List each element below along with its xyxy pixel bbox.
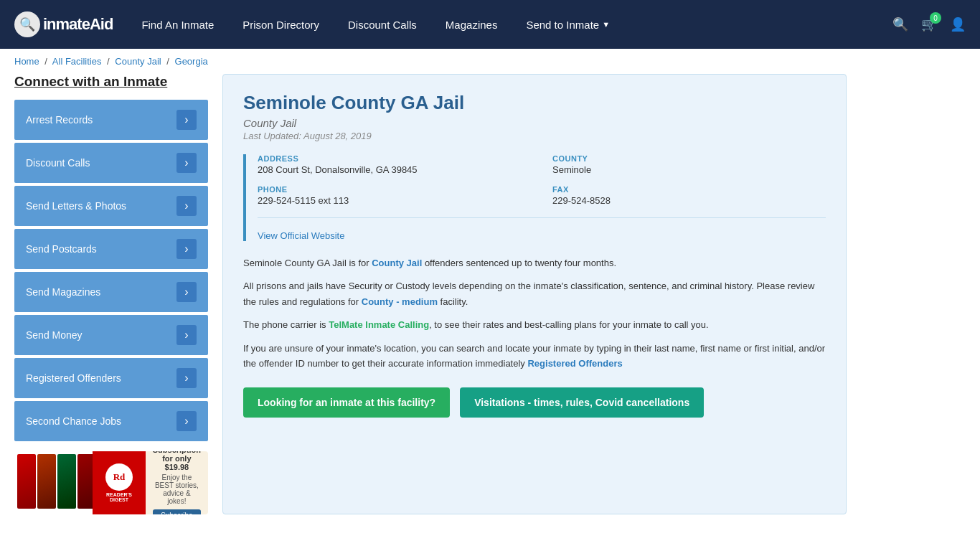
action-buttons: Looking for an inmate at this facility? …	[243, 387, 826, 418]
fax-label: FAX	[552, 185, 826, 194]
phone-block: PHONE 229-524-5115 ext 113	[258, 185, 531, 206]
address-value: 208 Court St, Donalsonville, GA 39845	[258, 164, 531, 175]
county-value: Seminole	[552, 164, 826, 175]
sidebar-item-registered-offenders[interactable]: Registered Offenders ›	[14, 358, 208, 398]
county-medium-link[interactable]: County - medium	[362, 296, 438, 307]
phone-value: 229-524-5115 ext 113	[258, 195, 531, 206]
sidebar-item-send-magazines[interactable]: Send Magazines ›	[14, 272, 208, 312]
telmate-link[interactable]: TelMate Inmate Calling	[329, 319, 429, 330]
registered-offenders-link[interactable]: Registered Offenders	[527, 358, 622, 369]
sidebar-title: Connect with an Inmate	[14, 74, 208, 90]
facility-type: County Jail	[243, 117, 826, 129]
breadcrumb-county-jail[interactable]: County Jail	[115, 56, 161, 67]
phone-label: PHONE	[258, 185, 531, 194]
facility-info-grid: ADDRESS 208 Court St, Donalsonville, GA …	[258, 154, 826, 206]
address-block: ADDRESS 208 Court St, Donalsonville, GA …	[258, 154, 531, 175]
ad-covers	[14, 451, 93, 514]
sidebar-item-arrest-records[interactable]: Arrest Records ›	[14, 100, 208, 140]
nav-prison-directory[interactable]: Prison Directory	[242, 19, 319, 31]
sidebar-item-send-money[interactable]: Send Money ›	[14, 315, 208, 355]
ad-logo: Rd READER'S DIGEST	[93, 451, 145, 514]
desc-para-3: The phone carrier is TelMate Inmate Call…	[243, 317, 826, 332]
rd-logo-circle: Rd	[105, 463, 133, 491]
breadcrumb-georgia[interactable]: Georgia	[175, 56, 208, 67]
address-label: ADDRESS	[258, 154, 531, 163]
breadcrumb-all-facilities[interactable]: All Facilities	[52, 56, 102, 67]
arrow-icon: ›	[176, 411, 197, 431]
ad-headline: 1 Year Subscription for only $19.98	[153, 451, 201, 471]
main-nav: Find An Inmate Prison Directory Discount…	[141, 19, 871, 31]
arrow-icon: ›	[176, 110, 197, 130]
fax-block: FAX 229-524-8528	[552, 185, 826, 206]
facility-content: Seminole County GA Jail County Jail Last…	[222, 74, 847, 514]
advertisement: Rd READER'S DIGEST 1 Year Subscription f…	[14, 451, 208, 514]
desc-para-4: If you are unsure of your inmate's locat…	[243, 341, 826, 372]
header-actions: 🔍 🛒 0 👤	[892, 17, 966, 32]
search-icon[interactable]: 🔍	[892, 17, 908, 32]
logo-text: inmateAid	[43, 15, 113, 34]
breadcrumb: Home / All Facilities / County Jail / Ge…	[0, 49, 980, 74]
sidebar-item-send-postcards[interactable]: Send Postcards ›	[14, 229, 208, 269]
nav-discount-calls[interactable]: Discount Calls	[348, 19, 417, 31]
sidebar-item-send-letters[interactable]: Send Letters & Photos ›	[14, 186, 208, 226]
logo-icon: 🔍	[14, 11, 40, 37]
arrow-icon: ›	[176, 282, 197, 302]
nav-send-to-inmate[interactable]: Send to Inmate ▼	[526, 19, 610, 31]
fax-value: 229-524-8528	[552, 195, 826, 206]
logo[interactable]: 🔍 inmateAid	[14, 11, 113, 37]
chevron-down-icon: ▼	[602, 20, 610, 29]
county-jail-link[interactable]: County Jail	[372, 258, 422, 268]
ad-subtext: Enjoy the BEST stories, advice & jokes!	[153, 474, 201, 505]
site-header: 🔍 inmateAid Find An Inmate Prison Direct…	[0, 0, 980, 49]
ad-subscribe-button[interactable]: Subscribe Now	[153, 509, 201, 515]
arrow-icon: ›	[176, 196, 197, 216]
user-icon[interactable]: 👤	[950, 17, 966, 32]
sidebar: Connect with an Inmate Arrest Records › …	[14, 74, 208, 514]
breadcrumb-home[interactable]: Home	[14, 56, 39, 67]
find-inmate-button[interactable]: Looking for an inmate at this facility?	[243, 387, 450, 418]
sidebar-item-second-chance-jobs[interactable]: Second Chance Jobs ›	[14, 401, 208, 441]
arrow-icon: ›	[176, 239, 197, 259]
main-layout: Connect with an Inmate Arrest Records › …	[0, 74, 861, 536]
arrow-icon: ›	[176, 153, 197, 173]
facility-info-section: ADDRESS 208 Court St, Donalsonville, GA …	[243, 154, 826, 241]
cart-badge: 0	[930, 12, 941, 24]
facility-title: Seminole County GA Jail	[243, 92, 826, 114]
county-label: COUNTY	[552, 154, 826, 163]
cart-icon[interactable]: 🛒 0	[921, 17, 937, 32]
facility-description: Seminole County GA Jail is for County Ja…	[243, 255, 826, 372]
visitations-button[interactable]: Visitations - times, rules, Covid cancel…	[460, 387, 704, 418]
nav-magazines[interactable]: Magazines	[446, 19, 498, 31]
facility-last-updated: Last Updated: August 28, 2019	[243, 131, 826, 141]
nav-find-inmate[interactable]: Find An Inmate	[141, 19, 214, 31]
arrow-icon: ›	[176, 368, 197, 388]
official-website-link[interactable]: View Official Website	[258, 230, 344, 241]
ad-brand: READER'S DIGEST	[97, 492, 141, 502]
arrow-icon: ›	[176, 325, 197, 345]
desc-para-1: Seminole County GA Jail is for County Ja…	[243, 255, 826, 270]
ad-content: 1 Year Subscription for only $19.98 Enjo…	[146, 451, 208, 514]
desc-para-2: All prisons and jails have Security or C…	[243, 278, 826, 309]
sidebar-item-discount-calls[interactable]: Discount Calls ›	[14, 143, 208, 183]
county-block: COUNTY Seminole	[552, 154, 826, 175]
